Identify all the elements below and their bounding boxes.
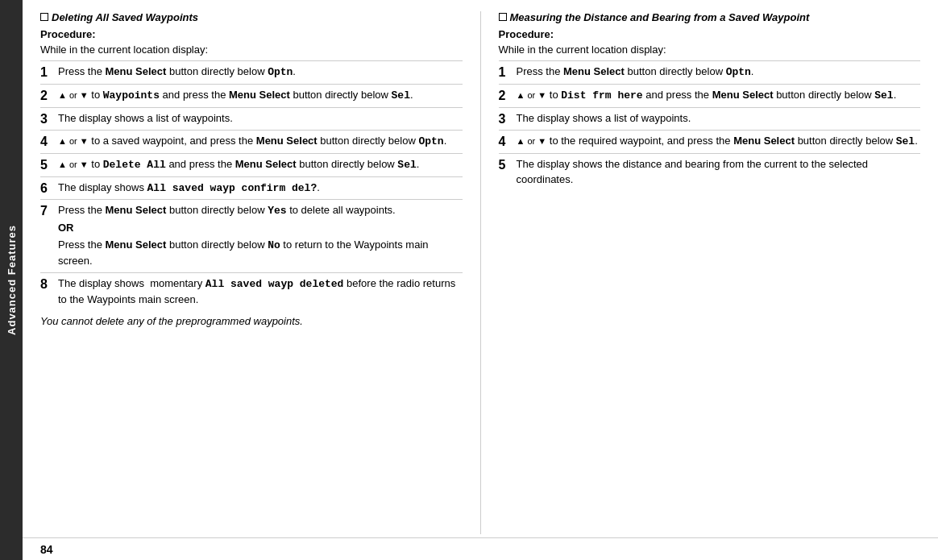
page-number: 84 (40, 543, 53, 556)
right-intro-text: While in the current location display: (499, 44, 921, 56)
step-content: Press the Menu Select button directly be… (58, 203, 463, 268)
left-step-1: 1 Press the Menu Select button directly … (40, 60, 463, 84)
right-procedure-label: Procedure: (499, 28, 921, 40)
step-number: 5 (40, 157, 53, 172)
left-step-7: 7 Press the Menu Select button directly … (40, 199, 463, 272)
left-procedure-label: Procedure: (40, 28, 463, 40)
left-column: Deleting All Saved Waypoints Procedure: … (23, 11, 481, 534)
step-content: Press the Menu Select button directly be… (58, 64, 463, 81)
sidebar: Advanced Features (0, 0, 23, 560)
step-content: ▲ or ▼ to the required waypoint, and pre… (517, 134, 921, 150)
step-number: 2 (499, 88, 512, 103)
step-content: The display shows the distance and beari… (517, 157, 921, 188)
step-number: 2 (40, 88, 53, 103)
right-column: Measuring the Distance and Bearing from … (481, 11, 939, 534)
step-number: 1 (499, 64, 512, 80)
step-content: ▲ or ▼ to Delete All and press the Menu … (58, 157, 463, 173)
step-number: 7 (40, 203, 53, 218)
left-step-2: 2 ▲ or ▼ to Waypoints and press the Menu… (40, 84, 463, 107)
right-step-4: 4 ▲ or ▼ to the required waypoint, and p… (499, 130, 921, 153)
step-number: 4 (40, 134, 53, 149)
right-section-heading: Measuring the Distance and Bearing from … (499, 11, 921, 23)
step-number: 6 (40, 180, 53, 196)
columns-container: Deleting All Saved Waypoints Procedure: … (23, 11, 938, 534)
section-icon-right (499, 13, 507, 21)
step-number: 8 (40, 276, 53, 292)
right-steps-list: 1 Press the Menu Select button directly … (499, 60, 921, 190)
left-step-8: 8 The display shows momentary All saved … (40, 272, 463, 311)
step-number: 5 (499, 157, 512, 172)
right-step-5: 5 The display shows the distance and bea… (499, 153, 921, 191)
left-intro-text: While in the current location display: (40, 44, 463, 56)
step-number: 1 (40, 64, 53, 80)
step-number: 3 (499, 111, 512, 127)
left-steps-list: 1 Press the Menu Select button directly … (40, 60, 463, 310)
step-content: The display shows a list of waypoints. (517, 111, 921, 127)
left-section-heading: Deleting All Saved Waypoints (40, 11, 463, 23)
step-content: ▲ or ▼ to a saved waypoint, and press th… (58, 134, 463, 150)
section-icon-left (40, 13, 48, 21)
right-step-1: 1 Press the Menu Select button directly … (499, 60, 921, 84)
step-number: 3 (40, 111, 53, 127)
left-heading-text: Deleting All Saved Waypoints (52, 11, 198, 23)
step-content: ▲ or ▼ to Waypoints and press the Menu S… (58, 88, 463, 104)
left-step-5: 5 ▲ or ▼ to Delete All and press the Men… (40, 153, 463, 176)
step-content: The display shows All saved wayp confirm… (58, 180, 463, 197)
main-content: Deleting All Saved Waypoints Procedure: … (23, 0, 938, 560)
step-content: The display shows momentary All saved wa… (58, 276, 463, 308)
step-content: ▲ or ▼ to Dist frm here and press the Me… (517, 88, 921, 104)
left-step-3: 3 The display shows a list of waypoints. (40, 107, 463, 130)
right-heading-text: Measuring the Distance and Bearing from … (510, 11, 810, 23)
step-content: The display shows a list of waypoints. (58, 111, 463, 127)
bottom-bar: 84 (23, 537, 938, 560)
left-step-6: 6 The display shows All saved wayp confi… (40, 176, 463, 200)
step-content: Press the Menu Select button directly be… (517, 64, 921, 81)
step-number: 4 (499, 134, 512, 149)
sidebar-label: Advanced Features (6, 225, 18, 335)
left-step-4: 4 ▲ or ▼ to a saved waypoint, and press … (40, 130, 463, 153)
right-step-3: 3 The display shows a list of waypoints. (499, 107, 921, 130)
left-note: You cannot delete any of the preprogramm… (40, 315, 463, 327)
right-step-2: 2 ▲ or ▼ to Dist frm here and press the … (499, 84, 921, 107)
